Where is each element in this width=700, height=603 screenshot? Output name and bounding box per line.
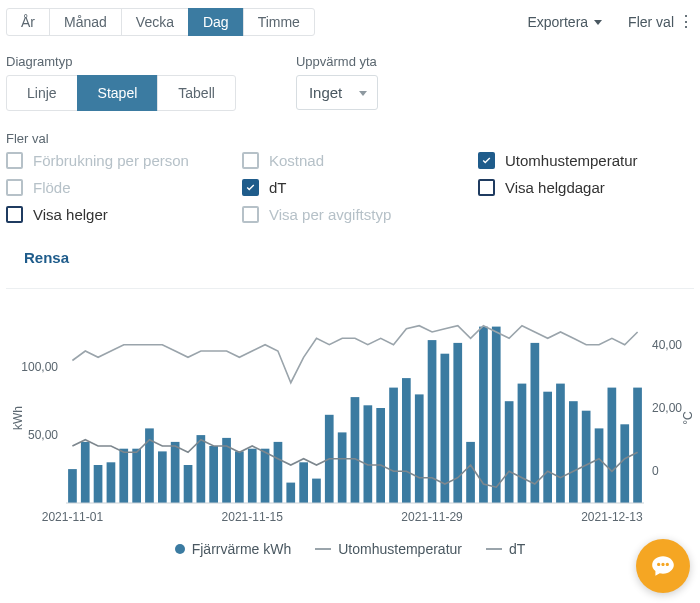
bar	[209, 446, 218, 503]
chart-container: kWh °C 50,00100,00020,0040,002021-11-012…	[6, 303, 694, 533]
bar	[364, 405, 373, 503]
export-label: Exportera	[527, 14, 588, 30]
export-dropdown[interactable]: Exportera	[527, 14, 602, 30]
bar	[68, 469, 77, 503]
checkbox-empty-icon	[6, 179, 23, 196]
checkbox-empty-icon	[6, 152, 23, 169]
checkbox-utomhustemperatur[interactable]: Utomhustemperatur	[478, 152, 694, 169]
period-tab-timme[interactable]: Timme	[243, 8, 315, 36]
bar	[286, 483, 295, 503]
bar	[171, 442, 180, 503]
bar	[569, 401, 578, 503]
period-tab-år[interactable]: År	[6, 8, 50, 36]
bar	[132, 449, 141, 503]
bar	[235, 451, 244, 503]
more-vertical-icon: ⋮	[678, 14, 694, 30]
bar	[633, 388, 642, 503]
divider	[6, 288, 694, 289]
more-options-dropdown[interactable]: Fler val ⋮	[628, 14, 694, 30]
chevron-down-icon	[594, 20, 602, 25]
bar	[299, 462, 308, 503]
more-options-label: Fler val	[6, 131, 694, 146]
bar	[608, 388, 617, 503]
period-tab-vecka[interactable]: Vecka	[121, 8, 189, 36]
checkbox-visa-helgdagar[interactable]: Visa helgdagar	[478, 179, 694, 196]
y-axis-right-label: °C	[680, 411, 694, 424]
bar	[261, 449, 270, 503]
svg-text:20,00: 20,00	[652, 401, 682, 415]
chart-type-label: Diagramtyp	[6, 54, 236, 69]
checkbox-flöde: Flöde	[6, 179, 222, 196]
checkbox-kostnad: Kostnad	[242, 152, 458, 169]
bar	[94, 465, 103, 503]
svg-text:0: 0	[652, 464, 659, 478]
chart-legend: Fjärrvärme kWh Utomhustemperatur dT	[6, 541, 694, 557]
bar	[492, 327, 501, 503]
bar	[107, 462, 116, 503]
more-options-checks: Förbrukning per personKostnadUtomhustemp…	[6, 152, 694, 223]
checkbox-visa-helger[interactable]: Visa helger	[6, 206, 222, 223]
svg-text:2021-11-15: 2021-11-15	[222, 510, 284, 524]
bar	[415, 394, 424, 503]
checkbox-label: Visa helger	[33, 206, 108, 223]
checkbox-checked-icon	[478, 152, 495, 169]
more-label: Fler val	[628, 14, 674, 30]
bar	[556, 384, 565, 503]
checkbox-checked-icon	[242, 179, 259, 196]
svg-text:100,00: 100,00	[21, 360, 58, 374]
chat-icon	[650, 553, 676, 565]
checkbox-dt[interactable]: dT	[242, 179, 458, 196]
bar	[338, 432, 347, 503]
heated-area-select[interactable]: Inget	[296, 75, 378, 110]
checkbox-empty-icon	[6, 206, 23, 223]
bar	[389, 388, 398, 503]
checkbox-förbrukning-per-person: Förbrukning per person	[6, 152, 222, 169]
bar	[505, 401, 514, 503]
bar	[376, 408, 385, 503]
legend-item-line2: dT	[486, 541, 525, 557]
legend-item-bar: Fjärrvärme kWh	[175, 541, 292, 557]
bar	[595, 428, 604, 503]
heated-area-value: Inget	[309, 84, 342, 101]
period-tab-dag[interactable]: Dag	[188, 8, 244, 36]
checkbox-label: Visa helgdagar	[505, 179, 605, 196]
legend-item-line1: Utomhustemperatur	[315, 541, 462, 557]
bar	[479, 327, 488, 503]
bar	[158, 451, 167, 503]
period-tab-månad[interactable]: Månad	[49, 8, 122, 36]
bar	[312, 479, 321, 503]
svg-text:2021-12-13: 2021-12-13	[581, 510, 643, 524]
period-tabs: ÅrMånadVeckaDagTimme	[6, 8, 315, 36]
checkbox-label: Förbrukning per person	[33, 152, 189, 169]
bar	[531, 343, 540, 503]
y-axis-left-label: kWh	[11, 406, 25, 430]
svg-text:2021-11-29: 2021-11-29	[401, 510, 463, 524]
bar	[543, 392, 552, 503]
bar	[582, 411, 591, 503]
svg-text:2021-11-01: 2021-11-01	[42, 510, 104, 524]
bar	[81, 442, 90, 503]
bar	[351, 397, 360, 503]
chart-svg: 50,00100,00020,0040,002021-11-012021-11-…	[6, 303, 694, 533]
bar	[274, 442, 283, 503]
bar	[119, 449, 128, 503]
heated-area-label: Uppvärmd yta	[296, 54, 378, 69]
chart-type-tabs: LinjeStapelTabell	[6, 75, 236, 111]
checkbox-label: Flöde	[33, 179, 71, 196]
line-icon	[486, 548, 502, 550]
svg-text:40,00: 40,00	[652, 338, 682, 352]
chart-type-tab-stapel[interactable]: Stapel	[77, 75, 159, 111]
bar	[197, 435, 206, 503]
checkbox-empty-icon	[242, 152, 259, 169]
bar	[248, 449, 257, 503]
clear-button[interactable]: Rensa	[24, 249, 69, 266]
checkbox-visa-per-avgiftstyp: Visa per avgiftstyp	[242, 206, 458, 223]
chart-type-tab-linje[interactable]: Linje	[6, 75, 78, 111]
line-icon	[315, 548, 331, 550]
chart-type-tab-tabell[interactable]: Tabell	[157, 75, 236, 111]
checkbox-label: Kostnad	[269, 152, 324, 169]
bar	[441, 354, 450, 503]
circle-icon	[175, 544, 185, 554]
bar	[466, 442, 475, 503]
checkbox-label: Utomhustemperatur	[505, 152, 638, 169]
